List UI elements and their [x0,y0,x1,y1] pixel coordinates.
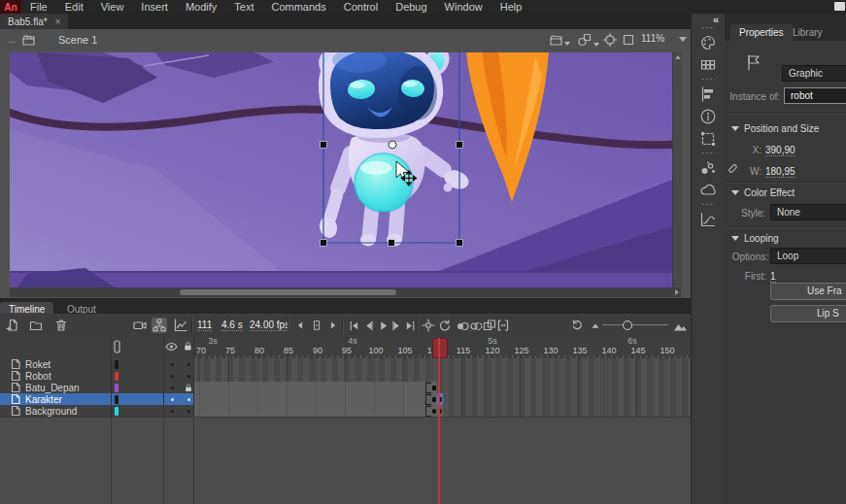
zoom-dropdown-chevron-icon[interactable] [679,37,687,42]
menu-text[interactable]: Text [225,0,262,14]
frames-grid[interactable] [194,358,691,417]
zoom-level-value[interactable]: 111% [641,33,664,44]
menu-edit[interactable]: Edit [56,0,92,14]
timeline-zoom-slider-track[interactable] [602,324,668,325]
w-value[interactable]: 180,95 [765,166,795,178]
layer-color-swatch[interactable] [115,360,118,369]
loop-playback-button[interactable] [437,318,453,333]
layer-visibility-dot[interactable] [171,386,174,389]
frame-span[interactable] [194,405,425,417]
zoom-out-frames-icon[interactable] [588,318,603,333]
eye-column-icon[interactable] [165,342,178,352]
menu-control[interactable]: Control [335,0,387,14]
keyframe[interactable] [431,382,437,393]
stage-vertical-scrollbar[interactable] [672,52,682,287]
first-frame-value[interactable]: 1 [770,271,776,283]
layer-lock-dot[interactable] [187,398,190,401]
instance-name-field[interactable]: robot [784,87,846,104]
close-tab-icon[interactable]: × [55,17,61,27]
animate-logo[interactable]: An [0,0,21,14]
document-tab[interactable]: Bab5.fla* × [0,14,68,29]
document-tab-label: Bab5.fla* [8,17,48,27]
layer-locked-icon[interactable] [184,383,193,393]
add-camera-button[interactable] [132,318,148,333]
modify-markers-button[interactable] [495,318,511,333]
layer-lock-dot[interactable] [187,410,190,413]
step-forward-frame-button[interactable] [325,318,341,333]
layer-color-swatch[interactable] [115,384,118,392]
delete-layer-button[interactable] [53,318,69,333]
symbol-type-dropdown[interactable]: Graphic [782,65,846,82]
transform-panel-button[interactable] [696,128,720,150]
info-panel-button[interactable] [696,106,720,127]
center-frame-button[interactable] [421,318,436,333]
x-value[interactable]: 390,90 [765,145,795,156]
menu-window[interactable]: Window [436,0,491,14]
use-frame-picker-button[interactable]: Use Fra [770,283,846,300]
menu-debug[interactable]: Debug [387,0,435,14]
layer-visibility-dot[interactable] [171,363,174,366]
position-size-section-header[interactable]: Position and Size [731,123,819,134]
menu-view[interactable]: View [92,0,133,14]
tab-library[interactable]: Library [785,27,830,38]
reset-timeline-zoom-button[interactable] [569,318,585,333]
center-stage-button[interactable] [602,32,618,48]
menu-file[interactable]: File [21,0,56,14]
menu-commands[interactable]: Commands [262,0,334,14]
edit-scene-button[interactable] [549,33,570,47]
layer-visibility-dot[interactable] [171,410,174,413]
playhead-marker[interactable] [432,338,448,358]
stage-horizontal-scrollbar[interactable] [10,287,681,297]
show-parenting-view-button[interactable] [152,318,167,333]
layer-lock-dot[interactable] [187,375,190,378]
frame-span[interactable] [194,382,425,393]
frame-span[interactable] [194,393,425,405]
step-back-frame-button[interactable] [292,318,308,333]
style-dropdown[interactable]: None [770,204,846,220]
align-panel-button[interactable] [696,84,720,105]
new-folder-button[interactable] [28,318,44,333]
scroll-right-arrow-icon[interactable] [675,289,679,295]
brush-library-panel-button[interactable] [696,157,720,179]
collapse-panels-icon[interactable]: « [692,14,725,24]
horizontal-scrollbar-thumb[interactable] [180,289,396,295]
zoom-in-frames-icon[interactable] [672,318,688,333]
stage-canvas[interactable] [10,52,682,287]
layer-color-swatch[interactable] [115,372,118,381]
edit-symbols-button[interactable] [577,32,599,48]
frame-rate-field[interactable]: 24.00 fps [250,319,289,331]
lip-syncing-button[interactable]: Lip S [770,305,846,322]
layer-visibility-dot[interactable] [171,375,174,378]
timeline-ruler[interactable]: 3s 4s 5s 6s 70 75 80 85 90 95 100 105 11… [194,336,691,359]
elapsed-time-field[interactable]: 4.6 s [221,319,243,331]
layer-lock-dot[interactable] [187,363,190,366]
swatches-panel-button[interactable] [696,54,720,76]
step-back-one-frame-button[interactable] [360,318,376,333]
layer-color-swatch[interactable] [115,395,118,404]
motion-editor-panel-button[interactable] [696,209,720,230]
clip-content-button[interactable] [622,33,635,47]
current-frame-indicator-button[interactable] [309,318,324,333]
playhead-line[interactable] [438,338,440,504]
current-frame-field[interactable]: 111 [197,319,212,331]
back-arrow-icon[interactable]: ← [7,34,17,46]
looping-section-header[interactable]: Looping [731,233,779,244]
go-to-first-frame-button[interactable] [346,318,361,333]
timeline-zoom-slider-knob[interactable] [623,320,632,330]
menu-help[interactable]: Help [491,0,531,14]
tab-properties[interactable]: Properties [730,24,793,42]
lock-column-icon[interactable] [183,340,193,353]
new-layer-button[interactable] [5,318,20,333]
loop-options-dropdown[interactable]: Loop [770,248,846,264]
color-panel-button[interactable] [696,32,720,53]
show-layer-depth-button[interactable] [173,318,188,333]
layer-visibility-dot[interactable] [171,398,174,401]
color-effect-section-header[interactable]: Color Effect [731,187,795,198]
cc-libraries-panel-button[interactable] [696,180,720,201]
menu-insert[interactable]: Insert [132,0,177,14]
menu-modify[interactable]: Modify [177,0,225,14]
go-to-last-frame-button[interactable] [402,318,418,333]
layer-color-swatch[interactable] [115,407,118,416]
scene-name[interactable]: Scene 1 [58,34,97,46]
scroll-up-arrow-icon[interactable] [675,55,681,59]
